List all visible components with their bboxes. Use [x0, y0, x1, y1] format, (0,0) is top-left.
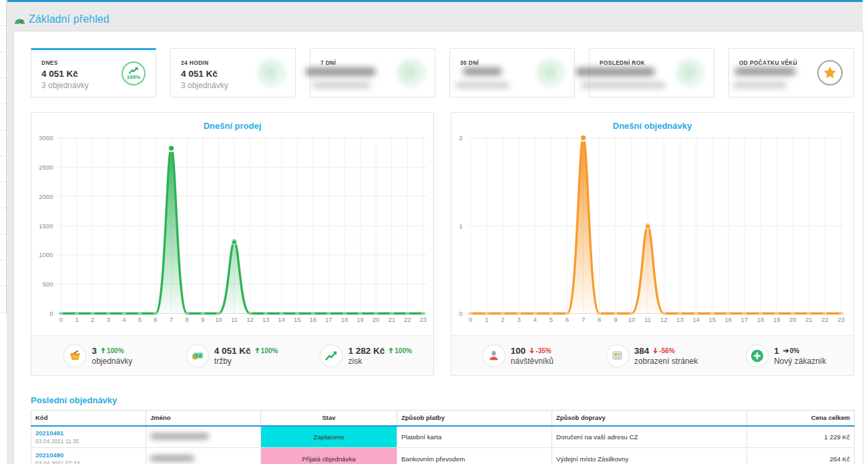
order-status-received: Přijatá objednávka: [261, 448, 397, 464]
svg-text:11: 11: [231, 316, 238, 323]
blurred-trend-circle: [258, 59, 285, 86]
order-code-link[interactable]: 20210491: [35, 429, 142, 437]
star-circle: [817, 60, 843, 85]
blurred-customer-name: [150, 455, 194, 461]
svg-text:0: 0: [469, 316, 472, 323]
order-code-link[interactable]: 20210490: [35, 451, 142, 459]
order-date: 03.04.2021 11:35: [35, 438, 142, 445]
profit-icon: [320, 345, 342, 367]
dashboard-gauge-icon: [14, 14, 25, 25]
trend-up-circle-icon: 100%: [122, 61, 146, 85]
svg-text:18: 18: [757, 316, 765, 323]
svg-text:18: 18: [341, 316, 349, 323]
svg-text:14: 14: [692, 316, 700, 323]
svg-text:9: 9: [201, 316, 204, 323]
order-shipping: Výdejní místo Zásilkovny: [552, 448, 747, 464]
svg-text:22: 22: [404, 316, 411, 323]
stat-zisk: 1 282 Kč 100% zisk: [299, 345, 433, 367]
stat-change: 100%: [100, 347, 124, 355]
svg-text:4: 4: [533, 316, 537, 323]
kpi-label: OD POČÁTKU VĚKŮ: [739, 59, 797, 66]
col-kod[interactable]: Kód: [31, 411, 146, 426]
kpi-card-7dni[interactable]: 7 DNÍ: [310, 48, 435, 97]
svg-text:20: 20: [789, 316, 797, 323]
svg-text:12: 12: [246, 316, 254, 323]
col-stav[interactable]: Stav: [261, 411, 397, 426]
stat-label: Nový zákazník: [774, 357, 826, 366]
svg-text:4: 4: [122, 316, 126, 323]
col-zpusob-platby[interactable]: Způsob platby: [397, 411, 552, 426]
orders-section: Poslední objednávky Kód Jméno Stav Způso…: [31, 395, 854, 464]
blurred-value: [463, 67, 502, 75]
arrow-right-icon: [783, 348, 789, 354]
stat-zobrazeni-stranek: 384 -56% zobrazení stránek: [586, 345, 720, 367]
svg-text:1: 1: [485, 316, 488, 323]
pageviews-icon: [607, 345, 628, 367]
svg-text:10: 10: [215, 316, 222, 323]
order-total: 264 Kč: [747, 448, 855, 464]
svg-text:8: 8: [185, 316, 188, 323]
chart-footer: 3 100% objednávky: [31, 335, 433, 375]
svg-text:6: 6: [566, 316, 569, 323]
col-jmeno[interactable]: Jméno: [146, 411, 261, 426]
svg-text:19: 19: [773, 316, 781, 323]
svg-text:21: 21: [805, 316, 813, 323]
stat-navstevniku: 100 -35% návštěvníků: [451, 345, 586, 367]
stat-value: 384: [634, 346, 650, 356]
money-icon: 0: [187, 345, 208, 367]
page-header: Základní přehled: [14, 9, 110, 29]
svg-text:3000: 3000: [39, 134, 53, 142]
kpi-card-posledni-rok[interactable]: POSLEDNÍ ROK: [589, 48, 714, 97]
svg-text:1500: 1500: [39, 222, 53, 230]
kpi-subtitle: 3 objednávky: [181, 81, 228, 90]
svg-text:12: 12: [660, 316, 668, 323]
svg-text:13: 13: [676, 316, 684, 323]
kpi-label: POSLEDNÍ ROK: [600, 59, 645, 66]
blurred-subtitle: [581, 82, 666, 88]
content-panel: DNES 4 051 Kč 3 objednávky 100% 24 HODIN…: [13, 31, 863, 464]
order-date: 03.04.2021 07:23: [35, 460, 142, 464]
svg-text:3: 3: [517, 316, 520, 323]
page-title: Základní přehled: [29, 13, 110, 25]
charts-row: Dnešní prodej 05001000150020002500300001…: [31, 112, 854, 376]
col-zpusob-dopravy[interactable]: Způsob dopravy: [552, 411, 747, 426]
kpi-card-dnes[interactable]: DNES 4 051 Kč 3 objednávky 100%: [31, 48, 156, 97]
scrollbar-track[interactable]: [863, 0, 868, 464]
kpi-card-30dni[interactable]: 30 DNÍ: [449, 48, 575, 97]
chart-dnesni-objednavky: Dnešní objednávky 0120123456789101112131…: [451, 112, 854, 376]
svg-text:9: 9: [614, 316, 617, 323]
stat-change: 100%: [254, 347, 278, 355]
svg-text:17: 17: [741, 316, 748, 323]
svg-text:10: 10: [628, 316, 636, 323]
blurred-trend-circle: [398, 59, 425, 86]
kpi-value: 4 051 Kč: [41, 69, 89, 79]
stat-label: zisk: [348, 357, 411, 366]
arrow-up-icon: [388, 347, 394, 354]
arrow-up-icon: [254, 347, 260, 354]
stat-change: -35%: [529, 347, 551, 355]
arrow-down-icon: [652, 347, 658, 354]
star-icon: [823, 65, 837, 80]
svg-text:2000: 2000: [39, 193, 53, 200]
arrow-down-icon: [529, 347, 535, 354]
basket-icon: [64, 345, 85, 367]
blurred-trend-circle: [537, 59, 564, 86]
svg-text:15: 15: [294, 316, 301, 323]
stat-value: 1 282 Kč: [348, 346, 385, 356]
chart-dnesni-prodej: Dnešní prodej 05001000150020002500300001…: [31, 112, 434, 376]
kpi-card-24hodin[interactable]: 24 HODIN 4 051 Kč 3 objednávky: [170, 48, 296, 97]
stat-label: návštěvníků: [511, 357, 554, 366]
svg-text:5: 5: [138, 316, 142, 323]
orders-header-row: Kód Jméno Stav Způsob platby Způsob dopr…: [31, 411, 855, 426]
col-cena-celkem[interactable]: Cena celkem: [747, 411, 855, 426]
stat-value: 1: [774, 346, 779, 356]
svg-text:2500: 2500: [39, 164, 53, 171]
kpi-subtitle: 3 objednávky: [41, 81, 89, 90]
svg-text:1: 1: [459, 222, 462, 230]
svg-text:5: 5: [550, 316, 553, 323]
svg-text:13: 13: [262, 316, 270, 323]
top-accent-bar: [7, 0, 864, 2]
svg-text:23: 23: [420, 316, 427, 323]
stat-label: objednávky: [91, 357, 132, 366]
kpi-card-od-pocatku-veku[interactable]: OD POČÁTKU VĚKŮ: [728, 48, 854, 97]
